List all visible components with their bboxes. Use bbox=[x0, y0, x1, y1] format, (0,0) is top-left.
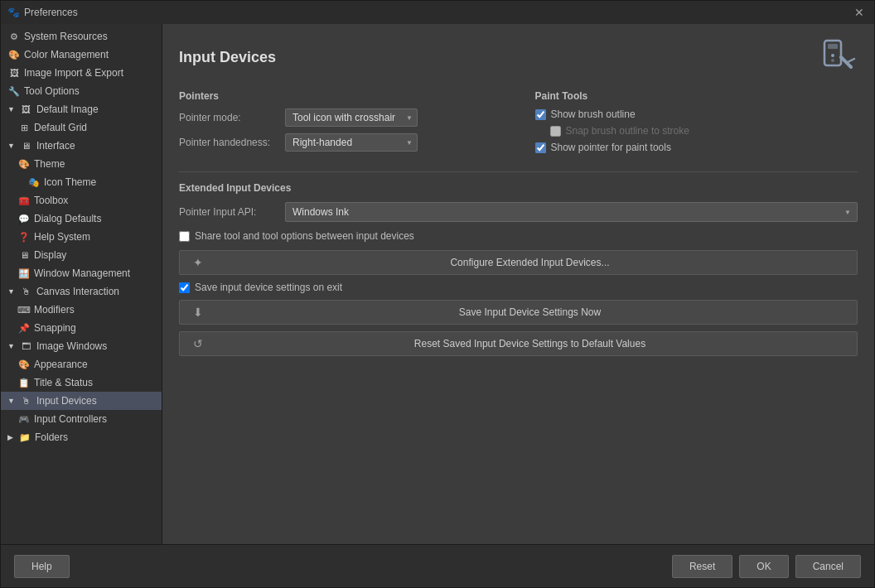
sidebar-label-toolbox: Toolbox bbox=[34, 195, 68, 206]
save-on-exit-label: Save input device settings on exit bbox=[195, 282, 342, 293]
sidebar-item-modifiers[interactable]: ⌨ Modifiers bbox=[1, 301, 162, 319]
share-tool-checkbox[interactable] bbox=[179, 231, 190, 242]
right-panel: Input Devices Pointers bbox=[162, 24, 874, 544]
sidebar-item-canvas-interaction[interactable]: ▼ 🖱 Canvas Interaction bbox=[1, 282, 162, 301]
show-pointer-label: Show pointer for paint tools bbox=[551, 142, 671, 153]
configure-button-label: Configure Extended Input Devices... bbox=[213, 257, 847, 268]
default-image-arrow: ▼ bbox=[7, 105, 15, 113]
sidebar-label-appearance: Appearance bbox=[34, 359, 88, 370]
sidebar-item-window-management[interactable]: 🪟 Window Management bbox=[1, 264, 162, 282]
sidebar-item-input-controllers[interactable]: 🎮 Input Controllers bbox=[1, 410, 162, 428]
sidebar-item-appearance[interactable]: 🎨 Appearance bbox=[1, 355, 162, 374]
snap-brush-outline-label: Snap brush outline to stroke bbox=[566, 125, 689, 137]
footer: Help Reset OK Cancel bbox=[1, 544, 874, 587]
sidebar-label-system-resources: System Resources bbox=[24, 31, 108, 42]
interface-icon: 🖥 bbox=[20, 139, 33, 152]
app-icon: 🐾 bbox=[7, 7, 19, 18]
sidebar-label-snapping: Snapping bbox=[34, 322, 76, 334]
sidebar-item-color-management[interactable]: 🎨 Color Management bbox=[1, 46, 162, 64]
system-resources-icon: ⚙ bbox=[7, 30, 21, 43]
modifiers-icon: ⌨ bbox=[17, 303, 31, 316]
help-system-icon: ❓ bbox=[17, 230, 31, 243]
configure-button[interactable]: ✦ Configure Extended Input Devices... bbox=[179, 250, 858, 275]
sidebar-item-default-grid[interactable]: ⊞ Default Grid bbox=[1, 118, 162, 137]
reset-settings-icon: ↺ bbox=[190, 337, 206, 350]
sidebar-label-theme: Theme bbox=[34, 158, 65, 170]
pointer-mode-select[interactable]: Tool icon with crosshair Crosshair only … bbox=[285, 108, 418, 127]
sidebar-label-folders: Folders bbox=[35, 431, 68, 443]
show-brush-outline-label: Show brush outline bbox=[551, 108, 636, 120]
sidebar-item-icon-theme[interactable]: 🎭 Icon Theme bbox=[1, 173, 162, 191]
sidebar-item-title-status[interactable]: 📋 Title & Status bbox=[1, 374, 162, 392]
sidebar-item-interface[interactable]: ▼ 🖥 Interface bbox=[1, 137, 162, 155]
sidebar-label-display: Display bbox=[34, 249, 66, 261]
sidebar-item-system-resources[interactable]: ⚙ System Resources bbox=[1, 27, 162, 46]
panel-title: Input Devices bbox=[179, 49, 276, 66]
input-controllers-icon: 🎮 bbox=[17, 412, 31, 426]
sidebar-item-toolbox[interactable]: 🧰 Toolbox bbox=[1, 191, 162, 210]
sidebar-item-help-system[interactable]: ❓ Help System bbox=[1, 228, 162, 246]
default-image-icon: 🖼 bbox=[20, 103, 33, 116]
sidebar-item-input-devices[interactable]: ▼ 🖱 Input Devices bbox=[1, 392, 162, 410]
default-grid-icon: ⊞ bbox=[17, 121, 31, 134]
snap-brush-outline-checkbox[interactable] bbox=[550, 126, 561, 137]
sidebar: ⚙ System Resources 🎨 Color Management 🖼 … bbox=[1, 24, 162, 544]
snap-brush-outline-row: Snap brush outline to stroke bbox=[535, 125, 858, 137]
sidebar-item-display[interactable]: 🖥 Display bbox=[1, 246, 162, 264]
titlebar: 🐾 Preferences ✕ bbox=[1, 1, 874, 24]
reset-settings-button[interactable]: ↺ Reset Saved Input Device Settings to D… bbox=[179, 331, 858, 356]
ok-button[interactable]: OK bbox=[739, 555, 788, 578]
sidebar-item-theme[interactable]: 🎨 Theme bbox=[1, 155, 162, 173]
paint-tools-column: Paint Tools Show brush outline Snap brus… bbox=[535, 90, 858, 158]
pointer-mode-row: Pointer mode: Tool icon with crosshair C… bbox=[179, 108, 502, 127]
folders-icon: 📁 bbox=[18, 431, 31, 444]
sidebar-item-image-import-export[interactable]: 🖼 Image Import & Export bbox=[1, 64, 162, 82]
tool-options-icon: 🔧 bbox=[7, 84, 21, 98]
canvas-interaction-icon: 🖱 bbox=[20, 285, 33, 298]
panel-icon bbox=[818, 37, 858, 77]
input-devices-arrow: ▼ bbox=[7, 397, 15, 405]
pointer-input-api-select-wrapper: Windows Ink WinTab Legacy bbox=[285, 202, 858, 222]
toolbox-icon: 🧰 bbox=[17, 194, 31, 207]
pointer-mode-select-wrapper: Tool icon with crosshair Crosshair only … bbox=[285, 108, 418, 127]
sidebar-item-default-image[interactable]: ▼ 🖼 Default Image bbox=[1, 100, 162, 118]
sidebar-item-tool-options[interactable]: 🔧 Tool Options bbox=[1, 82, 162, 100]
pointer-input-api-select[interactable]: Windows Ink WinTab Legacy bbox=[285, 202, 858, 222]
save-now-button[interactable]: ⬇ Save Input Device Settings Now bbox=[179, 300, 858, 325]
pointer-handedness-select[interactable]: Right-handed Left-handed bbox=[285, 133, 418, 152]
snapping-icon: 📌 bbox=[17, 321, 31, 335]
show-brush-outline-checkbox[interactable] bbox=[535, 109, 546, 120]
sidebar-label-tool-options: Tool Options bbox=[24, 85, 80, 97]
pointer-input-api-label: Pointer Input API: bbox=[179, 206, 278, 218]
svg-point-3 bbox=[831, 59, 834, 62]
sidebar-item-dialog-defaults[interactable]: 💬 Dialog Defaults bbox=[1, 210, 162, 228]
sidebar-label-canvas-interaction: Canvas Interaction bbox=[36, 286, 119, 297]
save-on-exit-checkbox[interactable] bbox=[179, 282, 190, 293]
sidebar-item-folders[interactable]: ▶ 📁 Folders bbox=[1, 428, 162, 446]
show-pointer-checkbox[interactable] bbox=[535, 142, 546, 153]
reset-settings-button-label: Reset Saved Input Device Settings to Def… bbox=[213, 338, 847, 349]
dialog-defaults-icon: 💬 bbox=[17, 212, 31, 225]
sidebar-label-dialog-defaults: Dialog Defaults bbox=[34, 213, 101, 224]
reset-button[interactable]: Reset bbox=[672, 555, 732, 578]
pointer-handedness-row: Pointer handedness: Right-handed Left-ha… bbox=[179, 133, 502, 152]
sidebar-item-image-windows[interactable]: ▼ 🗔 Image Windows bbox=[1, 337, 162, 355]
preferences-window: 🐾 Preferences ✕ ⚙ System Resources 🎨 Col… bbox=[0, 0, 875, 588]
close-button[interactable]: ✕ bbox=[851, 5, 868, 20]
appearance-icon: 🎨 bbox=[17, 358, 31, 371]
sidebar-label-input-devices: Input Devices bbox=[36, 395, 97, 407]
help-button[interactable]: Help bbox=[14, 555, 70, 578]
pointer-handedness-select-wrapper: Right-handed Left-handed bbox=[285, 133, 418, 152]
sidebar-label-image-import-export: Image Import & Export bbox=[24, 67, 123, 79]
save-on-exit-row: Save input device settings on exit bbox=[179, 282, 858, 293]
sidebar-item-snapping[interactable]: 📌 Snapping bbox=[1, 319, 162, 337]
share-tool-row: Share tool and tool options between inpu… bbox=[179, 230, 858, 242]
extended-section-title: Extended Input Devices bbox=[179, 182, 858, 194]
theme-icon: 🎨 bbox=[17, 157, 31, 171]
footer-right: Reset OK Cancel bbox=[672, 555, 861, 578]
cancel-button[interactable]: Cancel bbox=[795, 555, 861, 578]
sidebar-label-image-windows: Image Windows bbox=[36, 340, 107, 352]
share-tool-label: Share tool and tool options between inpu… bbox=[195, 230, 414, 242]
display-icon: 🖥 bbox=[17, 248, 31, 262]
sidebar-label-window-management: Window Management bbox=[34, 267, 130, 279]
